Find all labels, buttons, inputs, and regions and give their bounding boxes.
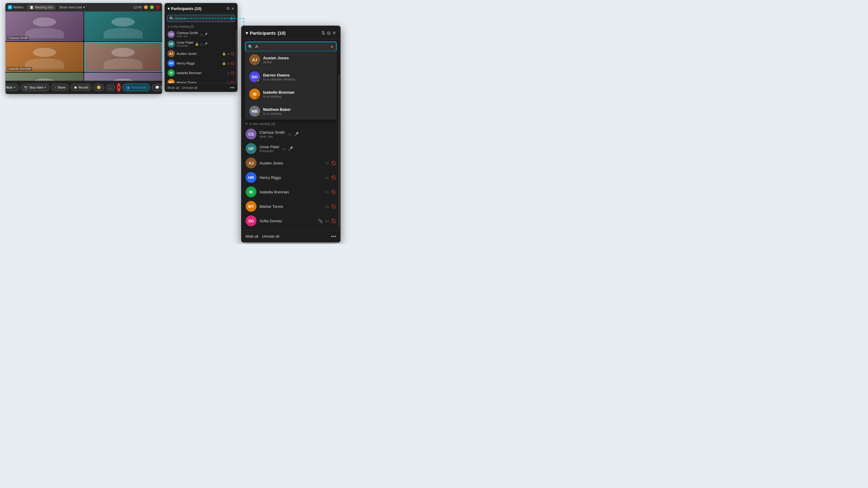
participant-henry-name: Henry Riggs (177, 61, 220, 65)
participant-henry[interactable]: HR Henry Riggs 🔒 ▭ 🚫 (164, 59, 238, 68)
tile-name-3: Isabelle Brennan (7, 67, 32, 71)
end-call-button[interactable]: ✕ (117, 83, 121, 92)
chat-icon: 💬 (155, 86, 159, 90)
exp-panel-chevron: ▾ (246, 30, 248, 36)
lock-icon-umar: 🔒 (195, 42, 198, 46)
share-label: Share (58, 86, 66, 89)
mic-muted-austen: 🚫 (231, 52, 235, 56)
participant-clarissa-name: Clarissa Smith (177, 31, 198, 35)
search-input-small[interactable] (167, 15, 235, 22)
minimize-button[interactable] (144, 5, 148, 9)
participant-isabella[interactable]: IB Isabella Brennan ▭ 🚫 (164, 68, 238, 78)
exp-panel-header: ▾ Participants (10) ⧉ ✕ (241, 26, 340, 39)
exp-participant-sofia[interactable]: SG Sofia Gomez 📎 ▭ 🚫 (241, 214, 340, 227)
participant-umar-icons: 🔒 ▭ 🎤 (195, 42, 207, 46)
exp-unmute-all-button[interactable]: Unmute all (262, 234, 279, 238)
participant-umar-info: Umar Patel Presenter (177, 41, 193, 47)
exp-in-meeting-label[interactable]: ▾ In the meeting (8) (241, 119, 340, 127)
exp-participant-umar[interactable]: UP Umar Patel Presenter ▭ 🎤 (241, 141, 340, 156)
chat-button[interactable]: 💬 Chat (152, 84, 162, 91)
panel-popout-button[interactable]: ⧉ (227, 6, 229, 11)
exp-participant-henry[interactable]: HR Henry Riggs ▭ 🚫 (241, 170, 340, 185)
record-button[interactable]: ⏺ Record (70, 84, 91, 91)
exp-umar-icons: ▭ 🎤 (282, 147, 293, 151)
share-icon: ↑ (55, 86, 56, 89)
exp-search-icon: 🔍 (248, 44, 253, 49)
exp-search-input[interactable] (245, 41, 337, 52)
exp-video-icon-isabella: ▭ (325, 190, 329, 194)
exp-participant-marise[interactable]: MT Marise Torres ▭ 🚫 (241, 199, 340, 214)
emoji-icon: 😊 (97, 86, 101, 90)
video-icon-austen: ▭ (227, 52, 230, 56)
person-head-2 (112, 18, 135, 27)
exp-panel-actions: ⧉ ✕ (327, 30, 336, 36)
exp-henry-icons: ▭ 🚫 (325, 175, 336, 180)
suggestion-matthew[interactable]: MB Matthew Baker In a meeting (245, 103, 337, 120)
exp-panel-title-text: Participants (250, 30, 276, 36)
in-meeting-section-label[interactable]: ▾ In the meeting (8) (164, 24, 238, 30)
participant-austen[interactable]: AJ Austen Jones 🔒 ▭ 🚫 (164, 49, 238, 59)
maximize-button[interactable] (150, 5, 154, 9)
suggestion-isabelle[interactable]: IB Isabelle Brennan In a meeting (245, 86, 337, 102)
exp-avatar-clarissa: CS (246, 129, 256, 139)
panel-header: ▾ Participants (10) ⧉ ✕ (164, 3, 238, 13)
exp-participant-isabella[interactable]: IB Isabella Brennan ▭ 🚫 (241, 185, 340, 199)
stop-video-dropdown-icon[interactable]: ▾ (44, 86, 46, 89)
scroll-indicator-small (236, 30, 237, 83)
meeting-info-button[interactable]: 📋 Meeting info (27, 5, 56, 10)
exp-panel-more-button[interactable]: ••• (331, 234, 336, 239)
exp-video-icon-henry: ▭ (325, 175, 329, 180)
participant-umar[interactable]: UP Umar Patel Presenter 🔒 ▭ 🎤 (164, 39, 238, 49)
unmute-all-button[interactable]: Unmute all (182, 86, 198, 90)
lock-icon-henry: 🔒 (222, 62, 226, 65)
panel-close-button[interactable]: ✕ (231, 6, 235, 11)
suggestion-darren[interactable]: DO Darren Owens In a calendar meeting (245, 68, 337, 85)
mute-dropdown-icon[interactable]: ▾ (14, 86, 16, 89)
exp-mic-muted-isabella: 🚫 (331, 190, 336, 194)
exp-avatar-sofia: SG (246, 216, 256, 226)
mic-muted-henry: 🚫 (231, 62, 235, 65)
show-menu-bar-button[interactable]: Show menu bar ▾ (59, 5, 85, 9)
more-button[interactable]: ... (106, 84, 115, 91)
exp-isabella-icons: ▭ 🚫 (325, 190, 336, 194)
sort-button[interactable]: ⇅ (321, 30, 325, 36)
video-icon-umar: ▭ (200, 42, 203, 46)
mute-all-button[interactable]: Mute all (167, 86, 179, 90)
exp-clarissa-icons: ▭ 🎤 (288, 132, 299, 136)
video-tile-1: Clarissa Smith (5, 11, 84, 41)
share-button[interactable]: ↑ Share (51, 84, 69, 91)
exp-participant-austen[interactable]: AJ Austen Jones ▭ 🚫 (241, 156, 340, 170)
mic-icon-clarissa: 🎤 (204, 33, 207, 36)
suggestion-info-isabelle: Isabelle Brennan In a meeting (263, 90, 333, 98)
suggestion-info-darren: Darren Owens In a calendar meeting (263, 73, 333, 81)
invite-icon[interactable]: ⊕ (230, 16, 233, 21)
suggestion-name-isabelle: Isabelle Brennan (263, 90, 333, 95)
person-head-3 (33, 48, 56, 57)
stop-video-button[interactable]: 📷 Stop video ▾ (21, 84, 50, 91)
exp-henry-name: Henry Riggs (259, 175, 322, 180)
participants-button[interactable]: 👥 Participants (122, 84, 150, 91)
exp-panel-close-button[interactable]: ✕ (332, 30, 336, 36)
avatar-isabella: IB (167, 69, 175, 76)
exp-mute-all-button[interactable]: Mute all (246, 234, 258, 238)
participant-clarissa[interactable]: CS Clarissa Smith Host, me ▭ 🎤 (164, 30, 238, 39)
exp-clear-button[interactable]: ✕ (330, 44, 334, 49)
suggestion-status-isabelle (257, 96, 260, 99)
exp-panel-popout-button[interactable]: ⧉ (327, 30, 330, 36)
tile-person-2 (84, 11, 162, 41)
person-body (25, 28, 64, 38)
emoji-button[interactable]: 😊 (93, 84, 104, 91)
participant-clarissa-role: Host, me (177, 35, 198, 38)
participant-austen-name: Austen Jones (177, 52, 220, 56)
controls-bar: 🎤 Mute ▾ 📷 Stop video ▾ ↑ Share ⏺ Record… (5, 81, 162, 94)
mute-button[interactable]: 🎤 Mute ▾ (5, 84, 19, 91)
search-icon-small: 🔍 (169, 17, 174, 21)
person-head-4 (112, 48, 135, 57)
exp-mic-muted-sofia: 🚫 (331, 219, 336, 223)
video-icon-isabella: ▭ (227, 71, 230, 75)
close-button[interactable] (156, 5, 160, 9)
suggestion-austen[interactable]: AJ Austen Jones Active (245, 51, 337, 68)
panel-more-button[interactable]: ••• (230, 85, 235, 90)
exp-participant-clarissa[interactable]: CS Clarissa Smith Host, me ▭ 🎤 (241, 127, 340, 141)
webex-logo: W Webex (8, 5, 24, 9)
